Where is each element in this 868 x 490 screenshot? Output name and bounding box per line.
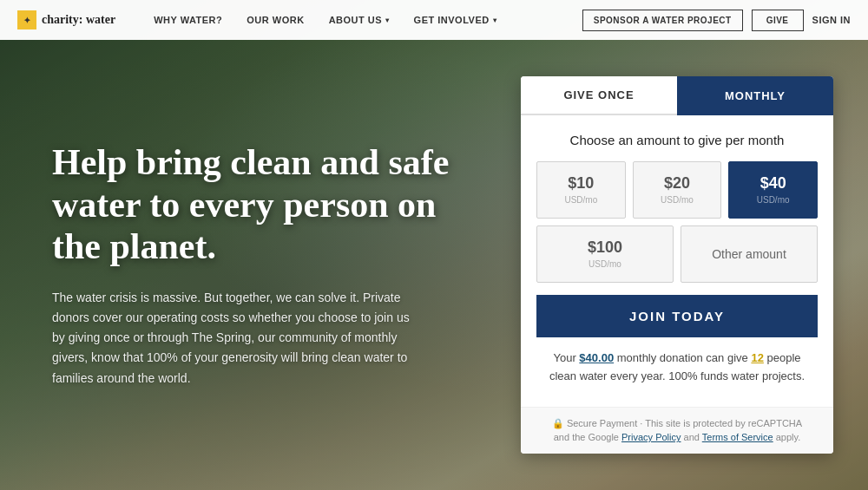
give-button[interactable]: GIVE [752,10,804,31]
amount-40-button[interactable]: $40 USD/mo [728,161,818,219]
privacy-policy-link[interactable]: Privacy Policy [621,432,681,442]
nav-links: WHY WATER? OUR WORK ABOUT US ▾ GET INVOL… [141,15,582,25]
main-content: Help bring clean and safe water to every… [0,40,868,490]
amount-section: Choose an amount to give per month $10 U… [521,115,833,407]
nav-why-water[interactable]: WHY WATER? [141,15,234,25]
sponsor-button[interactable]: SPONSOR A WATER PROJECT [582,10,743,31]
amount-100-button[interactable]: $100 USD/mo [536,225,674,283]
amount-40-value: $40 [736,174,810,193]
nav-get-involved[interactable]: GET INVOLVED ▾ [402,15,510,25]
amount-20-value: $20 [641,174,714,193]
navbar: ✦ charity: water WHY WATER? OUR WORK ABO… [0,0,868,40]
amount-10-value: $10 [544,174,618,193]
amount-20-unit: USD/mo [661,195,694,205]
amount-40-unit: USD/mo [757,195,790,205]
logo-text: charity: water [42,13,115,27]
lock-icon: 🔒 [552,418,564,428]
impact-text: Your $40.00 monthly donation can give 12… [536,350,818,393]
nav-right: SPONSOR A WATER PROJECT GIVE SIGN IN [582,10,851,31]
donation-tabs: GIVE ONCE MONTHLY [521,76,833,115]
security-and: and [681,432,701,442]
security-apply: apply. [773,432,801,442]
hero-heading: Help bring clean and safe water to every… [52,141,486,267]
amount-100-unit: USD/mo [589,259,621,269]
impact-number: 12 [751,351,763,364]
amount-100-value: $100 [544,238,666,257]
amount-10-unit: USD/mo [564,195,597,205]
hero-section: Help bring clean and safe water to every… [0,115,521,414]
logo-icon: ✦ [17,10,36,29]
logo[interactable]: ✦ charity: water [17,10,115,29]
signin-button[interactable]: SIGN IN [812,15,851,25]
impact-pre: Your [553,351,579,364]
other-amount-button[interactable]: Other amount [681,225,818,283]
impact-mid: monthly donation can give [614,351,751,364]
security-line2: and the Google [554,432,621,442]
security-line1: 🔒 Secure Payment · This site is protecte… [552,418,802,428]
nav-about-us[interactable]: ABOUT US ▾ [317,15,402,25]
donation-widget: GIVE ONCE MONTHLY Choose an amount to gi… [521,76,833,454]
security-footer: 🔒 Secure Payment · This site is protecte… [521,407,833,454]
tab-give-once[interactable]: GIVE ONCE [521,76,677,115]
nav-our-work[interactable]: OUR WORK [234,15,316,25]
amount-grid-row2: $100 USD/mo Other amount [536,225,818,283]
join-button[interactable]: JOIN TODAY [536,295,818,337]
amount-grid-row1: $10 USD/mo $20 USD/mo $40 USD/mo [536,161,818,219]
amount-10-button[interactable]: $10 USD/mo [536,161,626,219]
impact-amount: $40.00 [579,351,614,364]
about-us-dropdown-icon: ▾ [385,16,390,24]
tab-monthly[interactable]: MONTHLY [677,76,833,115]
hero-body: The water crisis is massive. But togethe… [52,288,425,388]
terms-of-service-link[interactable]: Terms of Service [702,432,773,442]
get-involved-dropdown-icon: ▾ [493,16,497,24]
amount-title: Choose an amount to give per month [536,133,818,147]
amount-20-button[interactable]: $20 USD/mo [633,161,722,219]
